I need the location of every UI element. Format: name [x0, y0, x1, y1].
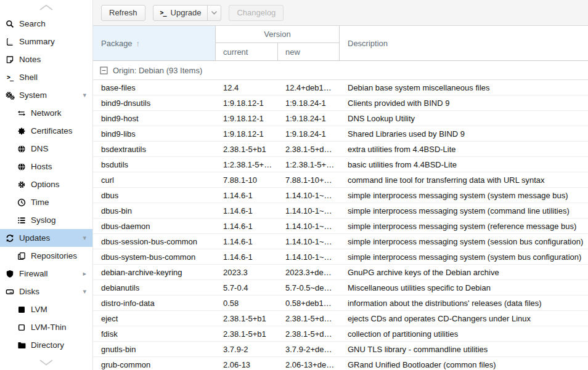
table-row[interactable]: bind9-host1:9.18.12-11:9.18.24-1DNS Look…: [93, 111, 588, 126]
table-row[interactable]: dbus-daemon1.14.6-11.14.10-1~…simple int…: [93, 219, 588, 234]
new-version-cell: 7.88.1-10+…: [278, 175, 340, 185]
table-row[interactable]: debian-archive-keyring2023.32023.3+de…Gn…: [93, 265, 588, 280]
sidebar-item-notes[interactable]: Notes: [0, 50, 92, 68]
sidebar-item-options[interactable]: Options: [0, 175, 92, 193]
package-cell: distro-info-data: [93, 299, 216, 308]
sidebar-item-dns[interactable]: DNS: [0, 140, 92, 158]
packages-grid: Package ↑ Version current new: [93, 26, 588, 370]
table-row[interactable]: base-files12.412.4+deb1…Debian base syst…: [93, 80, 588, 95]
new-version-cell: 0.58+deb1…: [278, 299, 340, 308]
table-row[interactable]: gnutls-bin3.7.9-23.7.9-2+de…GNU TLS libr…: [93, 342, 588, 357]
sort-asc-icon: ↑: [136, 39, 141, 48]
package-cell: bind9-host: [93, 114, 216, 123]
upgrade-split-button[interactable]: >_ Upgrade: [153, 5, 222, 21]
description-column-header[interactable]: Description: [340, 26, 588, 60]
description-cell: Shared Libraries used by BIND 9: [340, 129, 588, 139]
description-cell: simple interprocess messaging system (re…: [340, 222, 588, 231]
scroll-down-icon[interactable]: [0, 355, 92, 370]
table-row[interactable]: bind9-libs1:9.18.12-11:9.18.24-1Shared L…: [93, 126, 588, 142]
description-cell: Debian base system miscellaneous files: [340, 83, 588, 92]
table-row[interactable]: curl7.88.1-107.88.1-10+…command line too…: [93, 172, 588, 188]
table-row[interactable]: eject2.38.1-5+b12.38.1-5+d…ejects CDs an…: [93, 311, 588, 326]
table-row[interactable]: bsdextrautils2.38.1-5+b12.38.1-5+d…extra…: [93, 142, 588, 157]
square-solid-icon: [16, 305, 27, 314]
package-cell: dbus: [93, 191, 216, 200]
chevron-down-icon[interactable]: ▾: [83, 235, 86, 241]
current-version-cell: 1.14.6-1: [216, 222, 278, 231]
sidebar-item-time[interactable]: Time: [0, 193, 92, 211]
package-cell: debianutils: [93, 283, 216, 292]
package-cell: bsdextrautils: [93, 145, 216, 154]
chevron-right-icon[interactable]: ▸: [83, 270, 86, 277]
new-version-cell: 2023.3+de…: [278, 268, 340, 277]
package-rows: base-files12.412.4+deb1…Debian base syst…: [93, 80, 588, 370]
table-row[interactable]: debianutils5.7-0.45.7-0.5~de…Miscellaneo…: [93, 280, 588, 296]
upgrade-dropdown-arrow[interactable]: [207, 6, 221, 20]
sidebar-item-label: Firewall: [19, 269, 48, 278]
sidebar-item-label: Certificates: [31, 126, 73, 135]
certificate-icon: [16, 127, 27, 135]
package-cell: eject: [93, 314, 216, 323]
sidebar-item-hosts[interactable]: Hosts: [0, 158, 92, 175]
current-version-cell: 1.14.6-1: [216, 206, 278, 215]
package-column-header[interactable]: Package ↑: [93, 26, 216, 60]
current-column-header[interactable]: current: [216, 43, 278, 60]
sidebar-item-network[interactable]: Network: [0, 104, 92, 122]
new-column-header[interactable]: new: [278, 43, 339, 60]
table-row[interactable]: bind9-dnsutils1:9.18.12-11:9.18.24-1Clie…: [93, 95, 588, 111]
chevron-down-icon[interactable]: ▾: [83, 92, 86, 99]
scroll-up-icon[interactable]: [0, 0, 92, 15]
new-version-cell: 2.38.1-5+d…: [278, 329, 340, 339]
new-version-cell: 5.7-0.5~de…: [278, 283, 340, 292]
new-version-cell: 1:9.18.24-1: [278, 129, 340, 139]
table-row[interactable]: dbus1.14.6-11.14.10-1~…simple interproce…: [93, 188, 588, 203]
updates-panel: Refresh >_ Upgrade Changelog Package ↑: [92, 0, 588, 370]
new-version-cell: 1.14.10-1~…: [278, 222, 340, 231]
package-cell: grub-common: [93, 360, 216, 369]
current-version-cell: 5.7-0.4: [216, 283, 278, 292]
description-cell: collection of partitioning utilities: [340, 329, 588, 339]
sidebar-item-updates[interactable]: Updates▾: [0, 229, 92, 247]
sidebar-item-label: Hosts: [31, 162, 52, 171]
package-cell: gnutls-bin: [93, 345, 216, 354]
table-row[interactable]: dbus-system-bus-common1.14.6-11.14.10-1~…: [93, 249, 588, 265]
copy-icon: [16, 252, 27, 260]
sidebar-item-syslog[interactable]: Syslog: [0, 211, 92, 229]
current-version-cell: 1:9.18.12-1: [216, 114, 278, 123]
globe-icon: [16, 163, 27, 171]
table-row[interactable]: fdisk2.38.1-5+b12.38.1-5+d…collection of…: [93, 326, 588, 342]
current-version-cell: 2.38.1-5+b1: [216, 145, 278, 154]
new-version-cell: 1.14.10-1~…: [278, 237, 340, 246]
sidebar-item-summary[interactable]: Summary: [0, 33, 92, 50]
sidebar-item-search[interactable]: Search: [0, 15, 92, 33]
description-cell: Clients provided with BIND 9: [340, 99, 588, 108]
refresh-icon: [4, 234, 15, 243]
sidebar-item-label: Search: [19, 19, 46, 28]
sidebar-item-lvm-thin[interactable]: LVM-Thin: [0, 318, 92, 336]
sidebar-item-shell[interactable]: >_Shell: [0, 68, 92, 86]
chevron-down-icon[interactable]: ▾: [83, 288, 86, 295]
description-cell: GnuPG archive keys of the Debian archive: [340, 268, 588, 277]
sidebar-item-firewall[interactable]: Firewall▸: [0, 265, 92, 283]
terminal-icon: >_: [4, 74, 15, 81]
sidebar-item-system[interactable]: System▾: [0, 86, 92, 104]
sidebar-item-label: Time: [31, 198, 49, 207]
table-row[interactable]: bsdutils1:2.38.1-5+…1:2.38.1-5+…basic ut…: [93, 157, 588, 172]
new-version-cell: 3.7.9-2+de…: [278, 345, 340, 354]
description-cell: DNS Lookup Utility: [340, 114, 588, 123]
sidebar-item-certificates[interactable]: Certificates: [0, 122, 92, 140]
table-row[interactable]: dbus-session-bus-common1.14.6-11.14.10-1…: [93, 234, 588, 249]
sidebar-item-label: Updates: [19, 233, 50, 243]
sidebar-item-lvm[interactable]: LVM: [0, 300, 92, 318]
refresh-button[interactable]: Refresh: [101, 5, 145, 21]
origin-group-row[interactable]: Origin: Debian (93 Items): [93, 61, 588, 80]
changelog-button[interactable]: Changelog: [229, 5, 284, 21]
sidebar-item-directory[interactable]: Directory: [0, 336, 92, 354]
collapse-group-icon[interactable]: [100, 66, 108, 74]
table-row[interactable]: dbus-bin1.14.6-11.14.10-1~…simple interp…: [93, 203, 588, 219]
app-window: SearchSummaryNotes>_ShellSystem▾NetworkC…: [0, 0, 588, 370]
sidebar-item-repositories[interactable]: Repositories: [0, 247, 92, 265]
table-row[interactable]: distro-info-data0.580.58+deb1…informatio…: [93, 296, 588, 311]
table-row[interactable]: grub-common2.06-132.06-13+de…GRand Unifi…: [93, 357, 588, 370]
sidebar-item-disks[interactable]: Disks▾: [0, 283, 92, 300]
